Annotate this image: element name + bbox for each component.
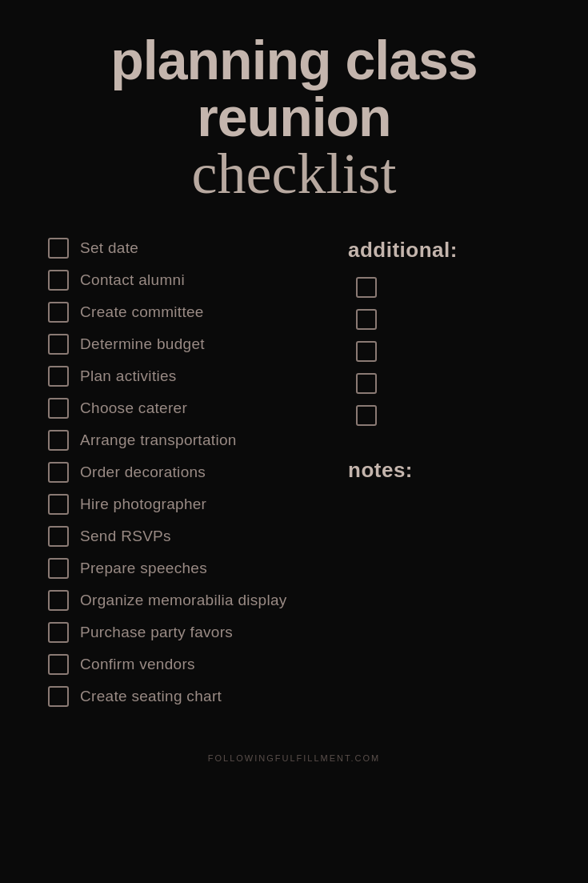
additional-checkbox-4[interactable] — [356, 373, 377, 394]
content-area: Set date Contact alumni Create committee… — [48, 238, 540, 718]
checkbox-3[interactable] — [48, 302, 69, 323]
list-item: Choose caterer — [48, 398, 332, 419]
additional-checkbox-5[interactable] — [356, 405, 377, 426]
checkbox-9[interactable] — [48, 494, 69, 515]
checkbox-14[interactable] — [48, 654, 69, 675]
list-item: Organize memorabilia display — [48, 590, 332, 611]
checklist-label-7: Arrange transportation — [80, 431, 237, 449]
checklist-label-9: Hire photographer — [80, 496, 206, 513]
title-section: planning class reunion checklist — [48, 32, 540, 206]
additional-checkboxes — [348, 277, 540, 426]
page-container: planning class reunion checklist Set dat… — [0, 0, 588, 883]
footer: FOLLOWINGFULFILLMENT.COM — [48, 750, 540, 781]
checklist-label-3: Create committee — [80, 303, 204, 321]
checkbox-8[interactable] — [48, 462, 69, 483]
additional-section: additional: — [348, 238, 540, 426]
checklist-label-1: Set date — [80, 239, 138, 257]
list-item: Set date — [48, 238, 332, 259]
checkbox-11[interactable] — [48, 558, 69, 579]
checkbox-1[interactable] — [48, 238, 69, 259]
checkbox-15[interactable] — [48, 686, 69, 707]
checkbox-7[interactable] — [48, 430, 69, 451]
title-line1: planning class — [110, 30, 477, 90]
checklist-label-10: Send RSVPs — [80, 528, 171, 545]
list-item: Order decorations — [48, 462, 332, 483]
title-main: planning class reunion — [48, 32, 540, 146]
checklist-label-15: Create seating chart — [80, 688, 222, 705]
checkbox-4[interactable] — [48, 334, 69, 355]
checkbox-10[interactable] — [48, 526, 69, 547]
checkbox-12[interactable] — [48, 590, 69, 611]
list-item: Arrange transportation — [48, 430, 332, 451]
checklist-label-12: Organize memorabilia display — [80, 592, 287, 609]
additional-heading: additional: — [348, 238, 540, 263]
checklist-label-4: Determine budget — [80, 335, 205, 353]
title-cursive: checklist — [48, 142, 540, 206]
list-item: Confirm vendors — [48, 654, 332, 675]
checklist-label-13: Purchase party favors — [80, 624, 233, 641]
list-item: Create seating chart — [48, 686, 332, 707]
list-item: Purchase party favors — [48, 622, 332, 643]
right-column: additional: notes: — [348, 238, 540, 718]
checklist-label-8: Order decorations — [80, 464, 206, 481]
checkbox-6[interactable] — [48, 398, 69, 419]
checklist-label-6: Choose caterer — [80, 399, 187, 417]
checklist-label-11: Prepare speeches — [80, 560, 207, 577]
title-line2: reunion — [197, 86, 390, 147]
additional-checkbox-1[interactable] — [356, 277, 377, 298]
list-item: Determine budget — [48, 334, 332, 355]
list-item: Hire photographer — [48, 494, 332, 515]
checklist-label-5: Plan activities — [80, 367, 177, 385]
footer-text: FOLLOWINGFULFILLMENT.COM — [208, 753, 380, 763]
checklist-label-2: Contact alumni — [80, 271, 185, 289]
list-item: Contact alumni — [48, 270, 332, 291]
checklist-label-14: Confirm vendors — [80, 656, 195, 673]
checkbox-13[interactable] — [48, 622, 69, 643]
additional-checkbox-3[interactable] — [356, 341, 377, 362]
list-item: Create committee — [48, 302, 332, 323]
notes-section: notes: — [348, 458, 540, 483]
checkbox-5[interactable] — [48, 366, 69, 387]
checkbox-2[interactable] — [48, 270, 69, 291]
list-item: Plan activities — [48, 366, 332, 387]
list-item: Send RSVPs — [48, 526, 332, 547]
list-item: Prepare speeches — [48, 558, 332, 579]
notes-heading: notes: — [348, 458, 540, 483]
additional-checkbox-2[interactable] — [356, 309, 377, 330]
checklist-column: Set date Contact alumni Create committee… — [48, 238, 332, 718]
